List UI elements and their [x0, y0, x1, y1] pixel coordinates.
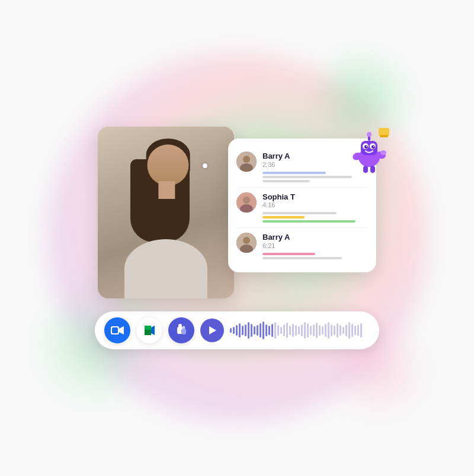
zoom-app-icon[interactable]	[104, 317, 130, 343]
svg-rect-27	[112, 327, 118, 333]
wave-bar	[298, 326, 300, 335]
waveform	[230, 320, 370, 341]
wave-bar	[280, 327, 282, 334]
wave-bar	[340, 325, 341, 336]
svg-point-14	[373, 146, 374, 147]
svg-rect-16	[370, 166, 375, 173]
wave-bar	[325, 324, 326, 337]
wave-bar	[277, 325, 279, 336]
panel-row-sophia: Sophia T 4:16	[236, 188, 368, 229]
svg-point-5	[380, 150, 386, 155]
wave-bar	[316, 323, 318, 338]
play-icon	[209, 326, 216, 335]
bar	[262, 257, 342, 259]
teams-app-icon[interactable]	[168, 317, 194, 343]
wave-bar	[292, 324, 294, 337]
panel-name-sophia: Sophia T	[262, 192, 368, 202]
wave-bar	[251, 324, 252, 337]
wave-bar	[304, 322, 306, 339]
wave-bar	[230, 328, 232, 333]
robot-mascot	[347, 127, 394, 174]
wave-bar	[262, 321, 264, 339]
wave-bar	[310, 326, 312, 335]
svg-point-18	[243, 156, 250, 163]
wave-bar	[257, 325, 258, 336]
person-neck	[158, 181, 175, 199]
wave-bar	[328, 322, 329, 339]
bar	[262, 220, 356, 223]
wave-bar	[274, 322, 276, 339]
wave-bar	[322, 326, 324, 335]
wave-bar	[286, 323, 288, 338]
wave-bar	[260, 323, 261, 337]
wave-bar	[301, 324, 303, 336]
video-card	[98, 127, 234, 298]
wave-bar	[348, 322, 350, 339]
earbud-icon	[203, 163, 207, 168]
wave-bar	[289, 326, 291, 335]
panel-card: Barry A 2:36	[228, 139, 376, 272]
wave-bar	[334, 326, 335, 335]
wave-bar	[236, 325, 238, 336]
wave-bar	[265, 324, 267, 336]
wave-bar	[283, 324, 285, 336]
wave-bar	[342, 327, 344, 334]
wave-bar	[360, 323, 362, 337]
play-button[interactable]	[200, 319, 224, 342]
svg-rect-32	[145, 326, 151, 330]
bar	[262, 172, 326, 174]
bars-sophia	[262, 212, 368, 223]
avatar-barry-1	[236, 152, 257, 172]
svg-rect-15	[363, 166, 368, 173]
wave-bar	[357, 325, 359, 336]
bar	[262, 176, 352, 178]
meet-app-icon[interactable]	[136, 317, 162, 343]
bottom-toolbar	[95, 311, 379, 349]
svg-point-13	[366, 146, 367, 147]
panel-row-barry-2: Barry A 6:21	[236, 228, 368, 264]
svg-rect-36	[181, 329, 186, 335]
wave-bar	[233, 327, 235, 334]
wave-bar	[345, 324, 347, 336]
svg-rect-1	[380, 135, 388, 137]
avatar-barry-2	[236, 233, 257, 253]
svg-point-12	[371, 145, 375, 149]
wave-bar	[319, 325, 321, 336]
svg-point-38	[182, 326, 185, 329]
wave-bar	[331, 324, 332, 336]
wave-bar	[239, 323, 241, 337]
svg-rect-33	[145, 331, 151, 335]
svg-point-21	[243, 197, 250, 204]
bars-barry-2	[262, 253, 368, 259]
bar	[262, 216, 305, 218]
svg-point-37	[178, 324, 182, 327]
wave-bar	[268, 326, 270, 335]
avatar-sophia	[236, 192, 257, 213]
svg-rect-0	[379, 128, 389, 136]
bar	[262, 212, 337, 214]
person-head	[148, 144, 189, 186]
bar	[262, 253, 315, 255]
svg-marker-28	[119, 326, 124, 335]
wave-bar	[271, 324, 273, 337]
svg-point-11	[364, 145, 368, 149]
scene: Barry A 2:36	[0, 0, 474, 476]
wave-bar	[354, 326, 356, 335]
content-wrapper: Barry A 2:36	[95, 127, 379, 349]
panel-info-sophia: Sophia T 4:16	[262, 192, 368, 223]
wave-bar	[337, 323, 338, 337]
wave-bar	[254, 326, 255, 335]
panel-time-sophia: 4:16	[262, 201, 368, 208]
video-person	[98, 127, 234, 298]
wave-bar	[245, 324, 246, 336]
top-section: Barry A 2:36	[98, 127, 376, 298]
svg-point-8	[367, 132, 371, 137]
wave-bar	[307, 323, 309, 337]
wave-bar	[313, 324, 315, 336]
panel-info-barry-2: Barry A 6:21	[262, 233, 368, 259]
panel-time-barry-2: 6:21	[262, 242, 368, 249]
wave-bar	[295, 325, 297, 336]
wave-bar	[248, 322, 249, 339]
wave-bar	[242, 326, 244, 335]
svg-point-24	[243, 237, 250, 244]
